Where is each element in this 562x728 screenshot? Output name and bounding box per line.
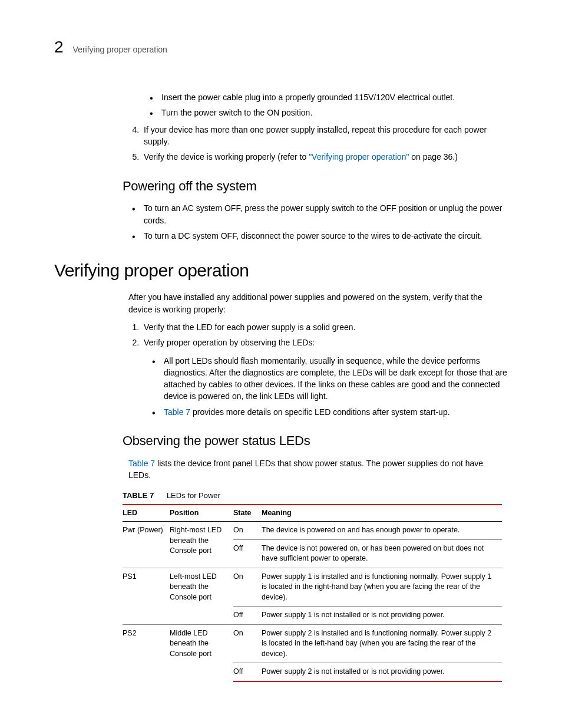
- page-content: Insert the power cable plug into a prope…: [128, 91, 508, 681]
- running-header: 2 Verifying proper operation: [54, 35, 508, 58]
- list-item: To turn an AC system OFF, press the powe…: [141, 202, 508, 226]
- verifying-list: Verify that the LED for each power suppl…: [141, 321, 508, 418]
- cell-position: Right-most LED beneath the Console port: [170, 522, 233, 568]
- powering-off-list: To turn an AC system OFF, press the powe…: [141, 202, 508, 242]
- list-item: To turn a DC system OFF, disconnect the …: [141, 230, 508, 242]
- top-numbered-list: If your device has more than one power s…: [141, 124, 508, 163]
- cell-led: PS1: [123, 568, 170, 624]
- heading-verifying: Verifying proper operation: [54, 258, 508, 283]
- text: Verify the device is working properly (r…: [144, 152, 309, 162]
- cell-meaning: The device is not powered on, or has bee…: [262, 539, 502, 568]
- list-item: Turn the power switch to the ON position…: [159, 107, 508, 118]
- top-bullet-list: Insert the power cable plug into a prope…: [159, 91, 508, 119]
- list-item: Verify proper operation by observing the…: [141, 337, 508, 418]
- observing-intro: Table 7 lists the device front panel LED…: [128, 457, 508, 482]
- th-meaning: Meaning: [262, 505, 502, 522]
- cell-state: On: [233, 568, 262, 607]
- verifying-sublist: All port LEDs should flash momentarily, …: [161, 355, 508, 418]
- text: provides more details on specific LED co…: [190, 407, 449, 417]
- cell-led: PS2: [123, 624, 170, 681]
- cell-state: Off: [233, 663, 262, 681]
- cell-meaning: The device is powered on and has enough …: [262, 522, 502, 540]
- verifying-intro: After you have installed any additional …: [128, 291, 508, 315]
- cell-state: Off: [233, 607, 262, 625]
- cell-meaning: Power supply 2 is installed and is funct…: [262, 624, 502, 663]
- th-state: State: [233, 505, 262, 522]
- cell-state: Off: [233, 539, 262, 568]
- heading-powering-off: Powering off the system: [123, 177, 508, 196]
- cell-state: On: [233, 522, 262, 540]
- cell-meaning: Power supply 2 is not installed or is no…: [262, 663, 502, 681]
- list-item: If your device has more than one power s…: [141, 124, 508, 148]
- table-caption: TABLE 7 LEDs for Power: [123, 490, 508, 501]
- heading-observing: Observing the power status LEDs: [123, 432, 508, 450]
- text: Verify proper operation by observing the…: [144, 338, 315, 347]
- led-table: LED Position State Meaning Pwr (Power) R…: [123, 504, 502, 682]
- cell-position: Middle LED beneath the Console port: [170, 624, 233, 681]
- th-position: Position: [170, 505, 233, 522]
- table-row: Pwr (Power) Right-most LED beneath the C…: [123, 522, 502, 540]
- xref-link[interactable]: "Verifying proper operation": [309, 152, 409, 162]
- running-title: Verifying proper operation: [73, 44, 167, 56]
- th-led: LED: [123, 505, 170, 522]
- text: on page 36.): [409, 152, 458, 162]
- xref-link[interactable]: Table 7: [164, 407, 190, 417]
- list-item: All port LEDs should flash momentarily, …: [161, 355, 508, 403]
- cell-led: Pwr (Power): [123, 522, 170, 568]
- list-item: Insert the power cable plug into a prope…: [159, 91, 508, 103]
- cell-state: On: [233, 624, 262, 663]
- table-title: LEDs for Power: [167, 491, 220, 500]
- list-item: Verify the device is working properly (r…: [141, 151, 508, 163]
- cell-meaning: Power supply 1 is installed and is funct…: [262, 568, 502, 607]
- cell-meaning: Power supply 1 is not installed or is no…: [262, 607, 502, 625]
- list-item: Verify that the LED for each power suppl…: [141, 321, 508, 333]
- table-header-row: LED Position State Meaning: [123, 505, 502, 522]
- table-row: PS2 Middle LED beneath the Console port …: [123, 624, 502, 663]
- cell-position: Left-most LED beneath the Console port: [170, 568, 233, 624]
- table-label: TABLE 7: [123, 491, 154, 500]
- chapter-number: 2: [54, 35, 64, 58]
- list-item: Table 7 provides more details on specifi…: [161, 406, 508, 418]
- text: lists the device front panel LEDs that s…: [128, 459, 483, 480]
- table-row: PS1 Left-most LED beneath the Console po…: [123, 568, 502, 607]
- xref-link[interactable]: Table 7: [128, 459, 155, 468]
